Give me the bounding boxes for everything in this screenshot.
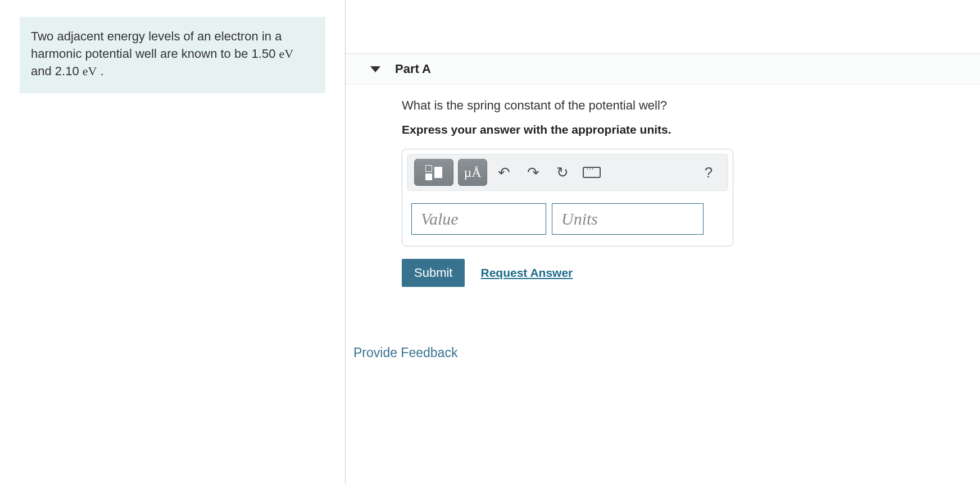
inputs-row xyxy=(407,201,728,241)
formula-toolbar: µÅ ↶ ↷ ↻ ? xyxy=(407,154,728,191)
redo-button[interactable]: ↷ xyxy=(521,159,546,186)
problem-text-2: and 2.10 xyxy=(31,64,83,78)
keyboard-button[interactable] xyxy=(579,159,604,186)
problem-text-1: Two adjacent energy levels of an electro… xyxy=(31,29,282,61)
request-answer-link[interactable]: Request Answer xyxy=(480,266,573,280)
part-title: Part A xyxy=(395,62,431,76)
submit-button[interactable]: Submit xyxy=(402,259,465,287)
help-icon: ? xyxy=(705,164,713,181)
help-button[interactable]: ? xyxy=(696,159,721,186)
problem-unit-1: eV xyxy=(279,47,293,61)
special-chars-button[interactable]: µÅ xyxy=(458,159,487,186)
question-text: What is the spring constant of the poten… xyxy=(402,98,963,113)
problem-text-3: . xyxy=(97,64,103,78)
problem-panel: Two adjacent energy levels of an electro… xyxy=(0,0,346,484)
part-body: What is the spring constant of the poten… xyxy=(346,85,980,300)
redo-icon: ↷ xyxy=(527,164,539,181)
template-button[interactable] xyxy=(414,159,453,186)
part-header[interactable]: Part A xyxy=(346,53,980,85)
value-input[interactable] xyxy=(411,203,546,235)
answer-instruction: Express your answer with the appropriate… xyxy=(402,123,963,136)
keyboard-icon xyxy=(583,167,601,178)
answer-box: µÅ ↶ ↷ ↻ ? xyxy=(402,149,733,246)
problem-statement: Two adjacent energy levels of an electro… xyxy=(20,17,325,93)
special-chars-label: µÅ xyxy=(464,165,481,180)
units-input[interactable] xyxy=(552,203,704,235)
provide-feedback-link[interactable]: Provide Feedback xyxy=(346,345,457,360)
answer-panel: Part A What is the spring constant of th… xyxy=(346,0,980,484)
actions-row: Submit Request Answer xyxy=(402,259,963,287)
undo-button[interactable]: ↶ xyxy=(492,159,516,186)
problem-unit-2: eV xyxy=(83,64,97,78)
reset-button[interactable]: ↻ xyxy=(550,159,575,186)
reset-icon: ↻ xyxy=(556,164,569,181)
template-icon xyxy=(425,165,442,180)
collapse-icon xyxy=(370,66,380,72)
undo-icon: ↶ xyxy=(498,164,510,181)
